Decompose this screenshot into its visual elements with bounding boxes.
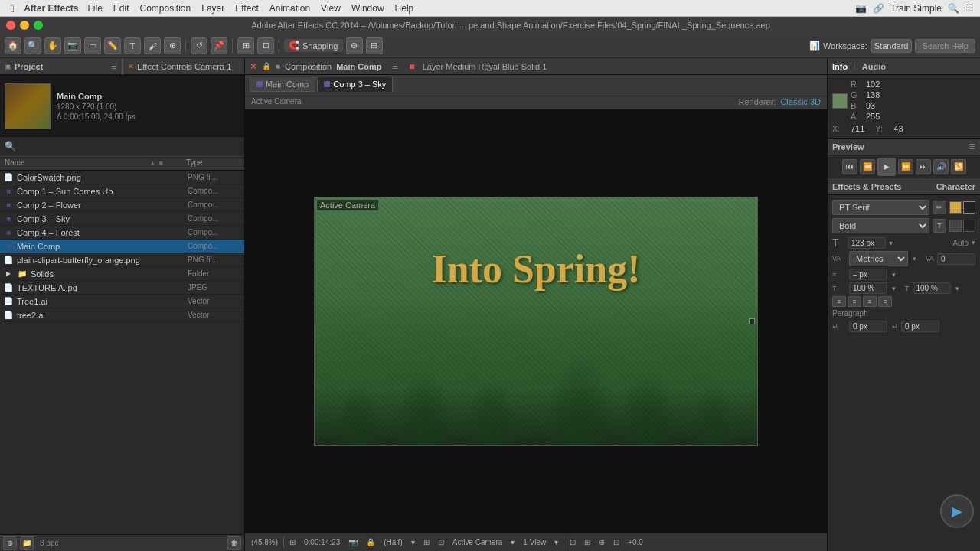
new-folder-btn[interactable]: 📁	[20, 536, 34, 550]
zoom-btn[interactable]: 🔍	[24, 37, 41, 54]
color-box-3[interactable]	[949, 220, 962, 232]
workspace-select[interactable]: Standard	[871, 39, 913, 53]
menu-animation[interactable]: Animation	[265, 2, 315, 15]
renderer-value[interactable]: Classic 3D	[780, 97, 821, 106]
vp-tb-mask-icon[interactable]: ⊡	[567, 538, 579, 546]
file-item-solids[interactable]: ▶ 📁 Solids Folder	[0, 267, 244, 281]
comp-thumbnail[interactable]	[5, 83, 51, 129]
vp-tb-snap-icon[interactable]: ⊕	[596, 538, 608, 546]
prev-play-btn[interactable]: ▶	[877, 158, 896, 176]
stroke-color-swatch[interactable]	[963, 201, 975, 214]
tab-comp3-sky[interactable]: Comp 3 – Sky	[317, 77, 393, 92]
rect-btn[interactable]: ▭	[84, 37, 101, 54]
minimize-button[interactable]	[20, 21, 29, 30]
file-item-comp4[interactable]: ■ Comp 4 – Forest Compo...	[0, 226, 244, 240]
kern-value[interactable]: 0	[937, 253, 975, 265]
vp-tb-quality[interactable]: (Half)	[381, 538, 405, 546]
menu-effect[interactable]: Effect	[230, 2, 263, 15]
vp-tb-grid-icon[interactable]: ⊡	[610, 538, 622, 546]
fill-color-swatch[interactable]	[949, 201, 962, 214]
menu-composition[interactable]: Composition	[136, 2, 196, 15]
vp-tb-time[interactable]: 0:00:14:23	[301, 538, 343, 546]
effect-close-btn[interactable]: ✕	[128, 63, 134, 70]
file-item-colorswatch[interactable]: 📄 ColorSwatch.png PNG fil...	[0, 171, 244, 184]
tracking-select[interactable]: Metrics	[849, 251, 908, 266]
scale-h-value[interactable]: 100 %	[849, 282, 887, 294]
hamburger-icon[interactable]: ☰	[965, 3, 974, 14]
search-icon[interactable]: 🔍	[948, 3, 959, 14]
vp-tb-region-icon[interactable]: ⊞	[286, 538, 299, 546]
rotate-btn[interactable]: ↺	[191, 37, 207, 54]
sort-icon[interactable]: ▲	[149, 159, 156, 167]
vp-tb-3d-icon[interactable]: ⊞	[581, 538, 593, 546]
menu-window[interactable]: Window	[347, 2, 389, 15]
font-pencil-btn[interactable]: ✏	[933, 201, 946, 214]
align-left-btn[interactable]: ≡	[832, 296, 846, 307]
text-btn[interactable]: T	[124, 37, 141, 54]
align-justify-btn[interactable]: ≡	[878, 296, 892, 307]
info-tab[interactable]: Info	[832, 62, 848, 71]
align-right-btn[interactable]: ≡	[863, 296, 877, 307]
font-size-field[interactable]: 123 px	[848, 237, 886, 249]
file-item-maincomp[interactable]: ■ Main Comp Compo...	[0, 240, 244, 253]
prev-audio-btn[interactable]: 🔊	[933, 159, 949, 174]
scale-h-dropdown[interactable]: ▾	[892, 285, 896, 292]
vp-tb-view[interactable]: 1 View	[520, 538, 549, 546]
snapping-control[interactable]: 🧲 Snapping	[284, 39, 343, 52]
auto-dropdown[interactable]: ▾	[972, 239, 975, 246]
indent-dropdown[interactable]: ▾	[892, 271, 896, 279]
new-item-btn[interactable]: ⊕	[3, 536, 17, 550]
scale-v-dropdown[interactable]: ▾	[956, 285, 959, 292]
indent-value[interactable]: – px	[849, 269, 887, 280]
file-item-tree2[interactable]: 📄 tree2.ai Vector	[0, 308, 244, 322]
menu-help[interactable]: Help	[390, 2, 419, 15]
align-center-btn[interactable]: ≡	[848, 296, 861, 307]
file-item-tree1[interactable]: 📄 Tree1.ai Vector	[0, 295, 244, 308]
delete-btn[interactable]: 🗑	[227, 536, 241, 550]
home-btn[interactable]: 🏠	[5, 37, 21, 54]
vp-tb-camera-select[interactable]: Active Camera	[449, 538, 506, 546]
snap-btn-3[interactable]: ⊞	[366, 37, 383, 54]
vp-tb-camera-icon[interactable]: 📷	[345, 538, 361, 546]
big-play-btn[interactable]: ▶	[940, 494, 974, 528]
para-left-value[interactable]: 0 px	[849, 321, 887, 332]
font-style-select[interactable]: Bold	[832, 218, 929, 233]
pin-btn[interactable]: 📌	[211, 37, 227, 54]
vp-tb-quality-dropdown[interactable]: ▾	[408, 538, 418, 546]
vp-tb-zoom[interactable]: (45.8%)	[248, 538, 281, 546]
preview-menu-icon[interactable]: ☰	[969, 143, 975, 151]
panel-menu-icon[interactable]: ☰	[111, 63, 117, 70]
close-button[interactable]	[6, 21, 15, 30]
prev-step-fwd-btn[interactable]: ⏩	[898, 159, 913, 174]
brush-btn[interactable]: 🖌	[144, 37, 161, 54]
search-help-input[interactable]: Search Help	[915, 39, 975, 53]
prev-first-btn[interactable]: ⏮	[842, 159, 858, 174]
viewport-handle[interactable]	[749, 318, 755, 324]
comp-panel-close[interactable]: ✕	[250, 61, 257, 72]
record-btn[interactable]: ■	[409, 61, 414, 72]
prev-last-btn[interactable]: ⏭	[916, 159, 931, 174]
align-btn[interactable]: ⊞	[237, 37, 254, 54]
vp-tb-lock-icon[interactable]: 🔒	[363, 538, 378, 546]
file-item-butterfly[interactable]: 📄 plain-clipart-butterfly_orange.png PNG…	[0, 253, 244, 267]
apple-menu[interactable]: 	[6, 2, 19, 15]
vp-tb-resolution2[interactable]: ⊡	[435, 538, 447, 546]
file-item-texture[interactable]: 📄 TEXTURE A.jpg JPEG	[0, 281, 244, 295]
menu-file[interactable]: File	[83, 2, 106, 15]
scale-v-value[interactable]: 100 %	[913, 282, 951, 294]
pen-btn[interactable]: ✏️	[104, 37, 121, 54]
color-box-4[interactable]	[963, 220, 975, 232]
maximize-button[interactable]	[34, 21, 43, 30]
prev-loop-btn[interactable]: 🔁	[951, 159, 966, 174]
menu-layer[interactable]: Layer	[197, 2, 229, 15]
menu-edit[interactable]: Edit	[109, 2, 134, 15]
para-right-value[interactable]: 0 px	[901, 321, 939, 332]
snap-btn-2[interactable]: ⊕	[346, 37, 363, 54]
vp-tb-camera-dropdown[interactable]: ▾	[508, 538, 518, 546]
audio-tab[interactable]: Audio	[862, 62, 886, 71]
file-item-comp3[interactable]: ■ Comp 3 – Sky Compo...	[0, 212, 244, 226]
project-search-input[interactable]	[19, 142, 240, 151]
tracking-dropdown-icon[interactable]: ▾	[913, 255, 916, 262]
comp-panel-menu[interactable]: ☰	[392, 63, 398, 70]
tab-main-comp[interactable]: Main Comp	[250, 77, 315, 92]
